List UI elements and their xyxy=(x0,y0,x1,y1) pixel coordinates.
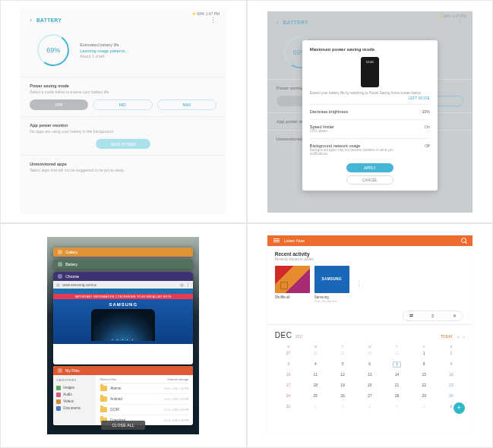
file-row[interactable]: AlarmsJul 15, 2016 1:40 PM xyxy=(100,383,188,394)
power-saving-sub: Select a mode below to extend your batte… xyxy=(30,90,216,94)
recent-card-chrome[interactable]: Chrome www.samsung.com/us ⋮ IMPORTANT IN… xyxy=(53,272,193,364)
recent-card-battery[interactable]: Battery xyxy=(53,260,193,269)
sidebar-item-documents[interactable]: Documents xyxy=(56,405,93,412)
calendar-day[interactable]: 10 xyxy=(275,371,302,382)
file-date: Jul 15, 2016 1:40 PM xyxy=(163,387,188,390)
calendar-day[interactable]: 5 xyxy=(329,361,356,371)
calendar-day[interactable]: 29 xyxy=(329,350,356,361)
samsung-hero: SAMSUNG • • • • • xyxy=(53,299,193,344)
status-bar: ⚡ 69% 1:47 PM xyxy=(438,14,466,18)
calendar-day[interactable]: 19 xyxy=(329,382,356,393)
calendar-day[interactable]: 21 xyxy=(384,382,411,393)
recent-card-myfiles[interactable]: My Files CATEGORIES Images Audio Videos … xyxy=(53,366,193,425)
calendar-day[interactable]: 1 xyxy=(410,350,438,361)
file-row[interactable]: DCIMJul 15, 2016 1:40 PM xyxy=(100,405,188,415)
calendar-day[interactable]: 31 xyxy=(275,403,302,414)
today-button[interactable]: TODAY xyxy=(441,334,453,339)
music-card-samsung[interactable]: SAMSUNG Samsung Over the Horizon xyxy=(314,266,349,303)
close-all-button[interactable]: CLOSE ALL xyxy=(101,421,145,430)
row-network-value: Off xyxy=(425,144,430,148)
recent-card-gallery[interactable]: Gallery xyxy=(53,248,193,257)
menu-icon[interactable] xyxy=(273,238,280,242)
calendar-day[interactable]: 26 xyxy=(329,393,356,403)
calendar-day[interactable]: 28 xyxy=(302,350,329,361)
calendar-day[interactable]: 31 xyxy=(384,350,411,361)
modal-link[interactable]: LEFT MODE xyxy=(310,96,430,100)
calendar-day[interactable]: 29 xyxy=(410,393,438,403)
app-monitor-title: App power monitor xyxy=(30,123,216,128)
list-icon[interactable]: ≡ xyxy=(431,314,435,318)
sidebar-label: Audio xyxy=(63,393,72,396)
calendar-day[interactable]: 3 xyxy=(356,403,384,414)
calendar-grid[interactable]: 2728293031123456789101112131415161718192… xyxy=(275,350,465,414)
calendar-day[interactable]: 16 xyxy=(438,371,465,382)
file-row[interactable]: AndroidJul 15, 2016 1:40 PM xyxy=(100,394,188,405)
calendar-day[interactable]: 24 xyxy=(275,393,302,403)
calendar-day[interactable]: 3 xyxy=(275,361,302,371)
seg-max[interactable]: MAX xyxy=(157,99,217,110)
calendar-day[interactable]: 14 xyxy=(384,371,411,382)
calendar-day[interactable]: 17 xyxy=(275,382,302,393)
row-brightness-label[interactable]: Decrease brightness xyxy=(310,109,348,114)
modal-title: Maximum power saving mode xyxy=(310,47,430,52)
more-icon[interactable]: ⋮ xyxy=(210,18,216,23)
calendar-day[interactable]: 2 xyxy=(438,350,465,361)
tabs-icon xyxy=(180,283,184,287)
cancel-button[interactable]: CANCEL xyxy=(346,175,393,185)
calendar-day[interactable]: 4 xyxy=(384,403,411,414)
calendar-day[interactable]: 27 xyxy=(356,393,384,403)
close-icon[interactable]: ✕ xyxy=(453,313,457,318)
prev-month-icon[interactable]: ‹ xyxy=(457,334,459,339)
calendar-day[interactable]: 1 xyxy=(302,403,329,414)
modal-desc: Extend your battery life by switching to… xyxy=(310,91,430,96)
calendar-day[interactable]: 25 xyxy=(302,393,329,403)
calendar-day[interactable]: 8 xyxy=(410,361,438,371)
back-icon[interactable]: ‹ xyxy=(30,17,32,24)
add-event-fab[interactable]: + xyxy=(453,402,465,414)
calendar-day[interactable]: 30 xyxy=(438,393,465,403)
hero-line2[interactable]: Learning usage patterns... xyxy=(80,49,128,53)
sidebar-item-images[interactable]: Images xyxy=(56,384,93,391)
calendar-day[interactable]: 30 xyxy=(356,350,384,361)
page-title: BATTERY xyxy=(36,17,62,23)
device-screen: ⚡ 69% 1:47 PM ‹ BATTERY ⋮ 69% Estimated … xyxy=(21,9,226,214)
calendar-pane: DEC 2017 TODAY ‹ › SMTWTFS 2728293031123… xyxy=(267,325,472,418)
card-title: My Files xyxy=(65,368,80,373)
shuffle-icon[interactable]: ⇄ xyxy=(409,313,413,318)
calendar-day[interactable]: 20 xyxy=(356,382,384,393)
calendar-day[interactable]: 13 xyxy=(356,371,384,382)
calendar-day[interactable]: 28 xyxy=(384,393,411,403)
calendar-day[interactable]: 4 xyxy=(302,361,329,371)
more-icon[interactable]: ⋮ xyxy=(356,280,362,288)
sidebar-heading: CATEGORIES xyxy=(56,378,93,382)
calendar-day[interactable]: 9 xyxy=(438,361,465,371)
address-bar[interactable]: www.samsung.com/us ⋮ xyxy=(53,281,193,289)
calendar-day[interactable]: 11 xyxy=(302,371,329,382)
music-card-shuffle[interactable]: Shuffle all xyxy=(275,266,310,303)
calendar-day[interactable]: 7 xyxy=(384,361,411,371)
calendar-day[interactable]: 27 xyxy=(275,350,302,361)
seg-mid[interactable]: MID xyxy=(93,99,153,110)
dow-label: W xyxy=(356,345,384,349)
search-icon[interactable] xyxy=(461,238,466,243)
calendar-day[interactable]: 23 xyxy=(438,382,465,393)
month-label[interactable]: DEC xyxy=(275,331,292,339)
panel-music-calendar: Listen Now Recent activity Recently play… xyxy=(247,223,494,448)
mini-player[interactable]: ⇄ ≡ ✕ xyxy=(403,311,463,321)
save-power-button[interactable]: SAVE POWER xyxy=(96,139,150,149)
unmonitored-title[interactable]: Unmonitored apps xyxy=(30,162,216,166)
sidebar-item-audio[interactable]: Audio xyxy=(56,391,93,398)
seg-off[interactable]: OFF xyxy=(30,99,88,110)
calendar-day[interactable]: 6 xyxy=(356,361,384,371)
apply-button[interactable]: APPLY xyxy=(346,163,393,172)
calendar-day[interactable]: 22 xyxy=(410,382,438,393)
calendar-day[interactable]: 12 xyxy=(329,371,356,382)
videos-icon xyxy=(56,399,61,404)
next-month-icon[interactable]: › xyxy=(463,334,465,339)
sidebar-item-videos[interactable]: Videos xyxy=(56,398,93,405)
calendar-day[interactable]: 18 xyxy=(302,382,329,393)
calendar-day[interactable]: 5 xyxy=(410,403,438,414)
calendar-day[interactable]: 2 xyxy=(329,403,356,414)
file-name: DCIM xyxy=(110,408,160,412)
calendar-day[interactable]: 15 xyxy=(410,371,438,382)
